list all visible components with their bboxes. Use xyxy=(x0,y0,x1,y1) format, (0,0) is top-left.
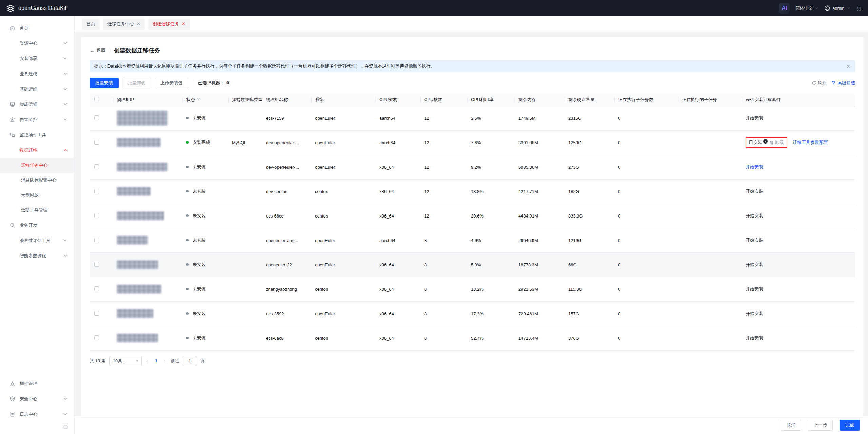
table-row: 未安装 openeuler-arm... openEuler aarch64 8… xyxy=(90,228,855,252)
running-subtask-count: 0 xyxy=(615,301,678,326)
sidebar-top-group: 首页 资源中心 安装部署 业务建模 xyxy=(0,20,74,158)
sidebar-item-label: 兼容性评估工具 xyxy=(20,238,51,244)
sidebar-item[interactable]: 安全中心 xyxy=(0,391,74,407)
sidebar-item[interactable]: 数据迁移 xyxy=(0,143,74,158)
uninstall-link[interactable]: 卸载 xyxy=(775,139,784,146)
free-memory: 18778.3M xyxy=(515,252,565,277)
row-checkbox[interactable] xyxy=(94,238,99,242)
page-size-select[interactable]: 10条... ▾ xyxy=(109,356,142,366)
sidebar-item-label: 数据迁移 xyxy=(20,147,37,153)
table-row: 未安装 openeuler-22 openEuler x86_64 8 5.3%… xyxy=(90,252,855,277)
row-checkbox[interactable] xyxy=(94,164,99,169)
start-install-link[interactable]: 开始安装 xyxy=(746,286,763,291)
next-page-arrow[interactable]: › xyxy=(163,358,167,364)
sidebar-subitem[interactable]: 录制回放 xyxy=(0,188,74,203)
tab[interactable]: 创建迁移任务 ✕ xyxy=(148,19,190,30)
start-install-link[interactable]: 开始安装 xyxy=(746,238,763,243)
status-text: 未安装 xyxy=(193,164,206,169)
cpu-cores: 8 xyxy=(421,326,468,350)
sidebar-item[interactable]: 兼容性评估工具 xyxy=(0,233,74,248)
start-install-link[interactable]: 开始安装 xyxy=(746,335,763,340)
cpu-arch: aarch64 xyxy=(376,130,421,155)
status-dot xyxy=(186,166,189,168)
row-checkbox[interactable] xyxy=(94,335,99,340)
finish-button[interactable]: 完成 xyxy=(840,420,860,431)
back-button[interactable]: ← 返回 xyxy=(90,47,105,53)
advanced-filter-button[interactable]: 高级筛选 xyxy=(831,80,855,86)
status-text: 未安装 xyxy=(193,189,206,194)
sidebar-item[interactable]: 监控插件工具 xyxy=(0,127,74,143)
start-install-link[interactable]: 开始安装 xyxy=(746,262,763,267)
start-install-link[interactable]: 开始安装 xyxy=(746,213,763,218)
row-checkbox[interactable] xyxy=(94,115,99,120)
sidebar-subitem-label: 迁移任务中心 xyxy=(21,162,47,168)
sidebar-item[interactable]: 插件管理 xyxy=(0,376,74,391)
row-checkbox[interactable] xyxy=(94,262,99,267)
sidebar-item[interactable]: 首页 xyxy=(0,20,74,36)
app-title: openGauss DataKit xyxy=(18,5,66,11)
prev-step-button[interactable]: 上一步 xyxy=(808,420,833,431)
sidebar-subitem-label: 消息队列配置中心 xyxy=(21,177,56,183)
sidebar-item[interactable]: 告警监控 xyxy=(0,112,74,127)
sidebar-item[interactable]: 业务开发 xyxy=(0,218,74,233)
pagination: 共 10 条 10条... ▾ ‹ 1 › 前往 页 xyxy=(90,356,855,366)
sidebar-item[interactable]: 业务建模 xyxy=(0,66,74,81)
toolbar: 批量安装 批量卸载 上传安装包 已选择机器： 0 刷新 高级筛选 xyxy=(90,78,855,88)
cancel-button[interactable]: 取消 xyxy=(781,420,801,431)
page-unit-label: 页 xyxy=(200,358,205,364)
prev-page-arrow[interactable]: ‹ xyxy=(145,358,150,364)
tab[interactable]: 迁移任务中心 ✕ xyxy=(103,19,145,30)
row-checkbox[interactable] xyxy=(94,286,99,291)
language-selector[interactable]: 简体中文 xyxy=(795,5,819,11)
select-all-checkbox[interactable] xyxy=(94,97,99,101)
trash-icon[interactable] xyxy=(769,140,774,145)
source-db-type xyxy=(229,204,262,228)
row-checkbox[interactable] xyxy=(94,213,99,218)
cpu-usage: 7.6% xyxy=(468,130,515,155)
sidebar-subitem[interactable]: 消息队列配置中心 xyxy=(0,173,74,188)
sidebar-item[interactable]: 资源中心 xyxy=(0,36,74,51)
column-header: CPU架构 xyxy=(376,94,421,106)
chevron-icon xyxy=(62,101,68,107)
page-title: 创建数据迁移任务 xyxy=(114,46,160,54)
row-checkbox[interactable] xyxy=(94,140,99,145)
sidebar-item[interactable]: 基础运维 xyxy=(0,81,74,97)
user-menu[interactable]: admin xyxy=(824,5,850,11)
table-row: 未安装 zhangyaozhong centos x86_64 8 13.2% … xyxy=(90,277,855,301)
cpu-arch: x86_64 xyxy=(376,179,421,204)
status-filter-icon[interactable] xyxy=(196,97,200,101)
sidebar-subitem[interactable]: 迁移任务中心 xyxy=(0,158,74,173)
sidebar-item[interactable]: 智能参数调优 xyxy=(0,248,74,263)
sidebar-collapse-icon[interactable] xyxy=(63,424,68,430)
sidebar-item[interactable]: 日志中心 xyxy=(0,407,74,422)
refresh-button[interactable]: 刷新 xyxy=(812,80,827,86)
hint-close-icon[interactable]: ✕ xyxy=(846,64,850,69)
free-memory: 3901.88M xyxy=(515,130,565,155)
start-install-link[interactable]: 开始安装 xyxy=(746,311,763,316)
tab-close-icon[interactable]: ✕ xyxy=(182,22,185,26)
start-install-link[interactable]: 开始安装 xyxy=(746,164,763,169)
ai-assistant-button[interactable]: AI xyxy=(779,3,790,14)
start-install-link[interactable]: 开始安装 xyxy=(746,115,763,120)
migration-tool-config-link[interactable]: 迁移工具参数配置 xyxy=(793,139,828,146)
tab[interactable]: 首页 ✕ xyxy=(82,19,100,30)
user-avatar-icon xyxy=(824,5,830,11)
row-checkbox[interactable] xyxy=(94,189,99,193)
redacted-ip xyxy=(117,260,158,269)
os: centos xyxy=(312,179,376,204)
status-text: 未安装 xyxy=(193,311,206,316)
sidebar-subitem[interactable]: 迁移工具管理 xyxy=(0,203,74,218)
current-page[interactable]: 1 xyxy=(153,358,159,363)
upload-package-button[interactable]: 上传安装包 xyxy=(155,78,188,88)
theme-toggle-icon[interactable]: ☼ xyxy=(856,5,862,12)
batch-uninstall-button[interactable]: 批量卸载 xyxy=(122,78,151,88)
tab-close-icon[interactable]: ✕ xyxy=(137,22,140,26)
column-header: 状态 xyxy=(183,94,229,106)
batch-install-button[interactable]: 批量安装 xyxy=(90,78,119,88)
start-install-link[interactable]: 开始安装 xyxy=(746,189,763,194)
row-checkbox[interactable] xyxy=(94,311,99,316)
goto-page-input[interactable] xyxy=(183,356,197,366)
back-arrow-icon: ← xyxy=(90,48,95,53)
sidebar-item[interactable]: 智能运维 xyxy=(0,97,74,112)
sidebar-item[interactable]: 安装部署 xyxy=(0,51,74,66)
